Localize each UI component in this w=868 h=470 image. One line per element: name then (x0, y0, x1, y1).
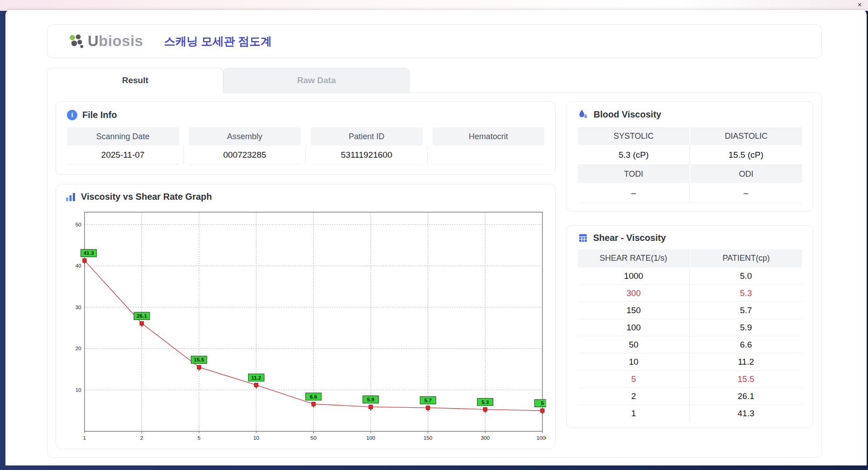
field-value: 2025-11-07 (67, 146, 179, 164)
logo-letter-u: U (88, 33, 99, 49)
svg-text:10: 10 (75, 387, 82, 393)
bv-value-row: –– (578, 183, 802, 203)
info-icon: i (67, 110, 77, 120)
shear-viscosity-header: Shear - Viscosity (578, 233, 802, 243)
bv-header-cell: TODI (578, 165, 689, 183)
blood-viscosity-card: Blood Viscosity SYSTOLICDIASTOLIC5.3 (cP… (566, 101, 813, 212)
main-panel: i File Info Scanning Date2025-11-07Assem… (47, 93, 822, 458)
sv-patient-cell: 26.1 (690, 388, 802, 405)
viscosity-shear-plot: 10203040501251050100150300100041.326.115… (65, 205, 546, 445)
bv-header-cell: DIASTOLIC (690, 127, 802, 145)
sv-shear-cell: 100 (578, 319, 690, 336)
bv-header-row: TODIODI (578, 165, 802, 183)
left-column: i File Info Scanning Date2025-11-07Assem… (56, 101, 556, 449)
table-row: 506.6 (578, 336, 802, 353)
file-info-field: Hematocrit (433, 127, 545, 164)
shear-viscosity-table: SHEAR RATE(1/s)PATIENT(cp)10005.03005.31… (578, 249, 802, 422)
table-row: 226.1 (578, 388, 802, 405)
sv-patient-cell: 5.9 (690, 319, 802, 336)
field-label: Patient ID (311, 127, 423, 146)
graph-title: Viscosity vs Shear Rate Graph (81, 192, 212, 202)
tab-bar: Result Raw Data (47, 68, 825, 93)
field-label: Assembly (189, 127, 301, 146)
window-titlebar: × (0, 0, 868, 11)
svg-text:2: 2 (140, 435, 143, 441)
graph-card: Viscosity vs Shear Rate Graph 1020304050… (56, 184, 556, 449)
svg-text:41.3: 41.3 (84, 250, 94, 256)
sv-shear-cell: 300 (578, 285, 690, 302)
sv-shear-cell: 5 (578, 371, 690, 388)
svg-text:20: 20 (75, 345, 82, 351)
svg-text:100: 100 (366, 435, 375, 441)
svg-text:30: 30 (75, 304, 82, 310)
file-info-header: i File Info (67, 110, 544, 120)
sv-patient-cell: 41.3 (690, 405, 802, 422)
page-title: 스캐닝 모세관 점도계 (164, 34, 272, 49)
table-row: 3005.3 (578, 285, 802, 302)
svg-text:10: 10 (253, 435, 259, 441)
field-value (433, 146, 545, 164)
graph-header: Viscosity vs Shear Rate Graph (65, 192, 546, 202)
table-row: 515.5 (578, 371, 802, 388)
field-label: Hematocrit (433, 127, 545, 146)
svg-text:150: 150 (424, 435, 433, 441)
viscosity-chart: 10203040501251050100150300100041.326.115… (65, 205, 546, 445)
sv-shear-cell: 50 (578, 336, 690, 353)
table-row: 1005.9 (578, 319, 802, 336)
field-value: 000723285 (189, 146, 301, 164)
sv-shear-cell: 1000 (578, 268, 690, 285)
blood-viscosity-title: Blood Viscosity (594, 109, 661, 120)
sv-column-header: PATIENT(cp) (690, 249, 802, 268)
shear-viscosity-card: Shear - Viscosity SHEAR RATE(1/s)PATIENT… (566, 225, 813, 428)
svg-text:5.9: 5.9 (367, 396, 375, 402)
svg-text:1000: 1000 (537, 435, 546, 441)
tab-raw-data[interactable]: Raw Data (223, 68, 410, 93)
sv-shear-cell: 150 (578, 302, 690, 319)
sv-header-row: SHEAR RATE(1/s)PATIENT(cp) (578, 249, 802, 268)
svg-text:5: 5 (198, 435, 201, 441)
bv-value-row: 5.3 (cP)15.5 (cP) (578, 145, 802, 165)
blood-viscosity-table: SYSTOLICDIASTOLIC5.3 (cP)15.5 (cP)TODIOD… (578, 127, 802, 203)
shear-viscosity-title: Shear - Viscosity (593, 233, 666, 243)
sv-patient-cell: 5.0 (690, 268, 802, 285)
right-column: Blood Viscosity SYSTOLICDIASTOLIC5.3 (cP… (566, 101, 813, 449)
svg-text:300: 300 (481, 435, 490, 441)
droplets-icon (578, 109, 589, 120)
bv-value-cell: 15.5 (cP) (690, 145, 802, 165)
table-row: 1505.7 (578, 302, 802, 319)
tab-result[interactable]: Result (47, 68, 223, 93)
sv-patient-cell: 5.7 (690, 302, 802, 319)
close-icon[interactable]: × (858, 1, 862, 9)
file-info-title: File Info (82, 110, 117, 120)
field-value: 53111921600 (311, 146, 423, 164)
svg-text:6.6: 6.6 (310, 394, 317, 400)
logo-cluster-icon (67, 33, 85, 50)
field-label: Scanning Date (67, 127, 179, 146)
svg-text:5.7: 5.7 (424, 397, 432, 403)
svg-text:50: 50 (311, 435, 317, 441)
sv-patient-cell: 15.5 (690, 371, 802, 388)
file-info-card: i File Info Scanning Date2025-11-07Assem… (56, 101, 556, 175)
sv-shear-cell: 1 (578, 405, 690, 422)
table-row: 1011.2 (578, 353, 802, 371)
sv-patient-cell: 6.6 (690, 336, 802, 353)
table-row: 141.3 (578, 405, 802, 422)
svg-text:11.2: 11.2 (251, 375, 262, 381)
svg-text:5.3: 5.3 (481, 399, 489, 405)
sv-shear-cell: 2 (578, 388, 690, 405)
file-info-fields: Scanning Date2025-11-07Assembly000723285… (67, 127, 544, 164)
bv-header-cell: SYSTOLIC (578, 127, 689, 145)
header-card: Ubiosis 스캐닝 모세관 점도계 (47, 24, 822, 58)
svg-text:5: 5 (541, 400, 544, 406)
app-window: Ubiosis 스캐닝 모세관 점도계 Result Raw Data i Fi… (5, 10, 867, 465)
svg-text:1: 1 (83, 435, 86, 441)
sv-patient-cell: 11.2 (690, 353, 802, 371)
svg-text:40: 40 (75, 263, 82, 268)
svg-text:15.5: 15.5 (194, 357, 204, 362)
ubiosis-logo: Ubiosis (67, 33, 143, 50)
sv-shear-cell: 10 (578, 353, 690, 371)
page-content: Ubiosis 스캐닝 모세관 점도계 Result Raw Data i Fi… (5, 10, 825, 458)
svg-text:26.1: 26.1 (137, 313, 147, 319)
bv-value-cell: – (578, 183, 690, 203)
table-row: 10005.0 (578, 268, 802, 285)
